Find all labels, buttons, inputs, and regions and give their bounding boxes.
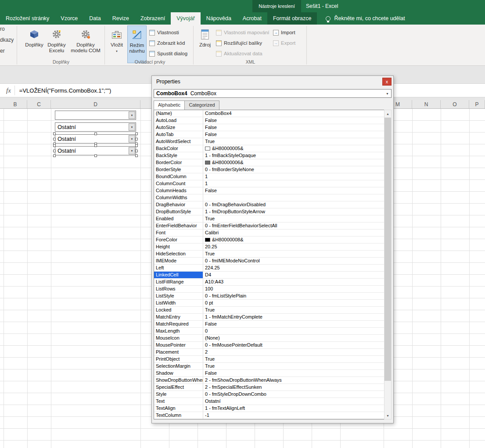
xml-source-button[interactable]: Zdroj <box>196 25 214 64</box>
property-name[interactable]: MousePointer <box>154 342 203 349</box>
properties-tab[interactable]: Alphabetic <box>154 100 185 110</box>
property-value[interactable]: True <box>203 356 384 363</box>
property-value[interactable]: 1 <box>203 180 384 187</box>
property-row[interactable]: AutoLoad False <box>154 117 384 124</box>
property-name[interactable]: ColumnCount <box>154 180 203 187</box>
property-name[interactable]: ListFillRange <box>154 279 203 286</box>
property-row[interactable]: Shadow False <box>154 370 384 377</box>
property-value[interactable]: False <box>203 117 384 124</box>
property-name[interactable]: BorderStyle <box>154 166 203 173</box>
column-header-c[interactable]: C <box>27 100 51 108</box>
scroll-down-icon[interactable]: ▼ <box>384 412 391 419</box>
property-value[interactable]: 1 - fmBackStyleOpaque <box>203 152 384 159</box>
property-name[interactable]: PrintObject <box>154 356 203 363</box>
property-row[interactable]: AutoTab False <box>154 131 384 138</box>
property-grid-scrollbar[interactable]: ▲ ▼ <box>384 110 392 419</box>
property-row[interactable]: Height 20.25 <box>154 244 384 251</box>
ribbon-tab[interactable]: Vzorce <box>55 12 83 25</box>
property-row[interactable]: BackColor &H80000005& <box>154 145 384 152</box>
property-row[interactable]: PrintObject True <box>154 356 384 363</box>
selection-handle[interactable] <box>135 138 138 140</box>
property-row[interactable]: ColumnWidths <box>154 194 384 201</box>
property-row[interactable]: SelectionMargin True <box>154 363 384 370</box>
property-name[interactable]: Enabled <box>154 215 203 222</box>
property-value[interactable]: 2 <box>203 349 384 356</box>
property-row[interactable]: BorderStyle 0 - fmBorderStyleNone <box>154 166 384 173</box>
property-name[interactable]: BackStyle <box>154 152 203 159</box>
property-row[interactable]: BackStyle 1 - fmBackStyleOpaque <box>154 152 384 159</box>
property-name[interactable]: MatchEntry <box>154 314 203 321</box>
property-value[interactable]: True <box>203 215 384 222</box>
selection-handle[interactable] <box>135 154 138 157</box>
column-header-n[interactable]: N <box>412 100 441 108</box>
property-row[interactable]: DragBehavior 0 - fmDragBehaviorDisabled <box>154 201 384 208</box>
property-value[interactable]: 0 <box>203 328 384 335</box>
property-name[interactable]: ListRows <box>154 286 203 293</box>
property-value[interactable]: 1 - fmDropButtonStyleArrow <box>203 208 384 215</box>
property-row[interactable]: TextAlign 1 - fmTextAlignLeft <box>154 405 384 412</box>
selection-handle[interactable] <box>53 154 56 157</box>
property-value[interactable]: 2 - fmSpecialEffectSunken <box>203 384 384 391</box>
import-button[interactable]: → Import <box>273 28 295 37</box>
property-name[interactable]: (Name) <box>154 110 203 117</box>
selection-handle[interactable] <box>53 138 56 140</box>
property-value[interactable]: 0 - fmStyleDropDownCombo <box>203 391 384 398</box>
property-row[interactable]: MousePointer 0 - fmMousePointerDefault <box>154 342 384 349</box>
selection-handle[interactable] <box>53 144 56 147</box>
selection-handle[interactable] <box>53 133 56 135</box>
ribbon-tab[interactable]: Vývojář <box>171 12 201 25</box>
property-value[interactable]: &H80000005& <box>203 145 384 152</box>
insert-control-button[interactable]: Vložit ▼ <box>108 25 126 64</box>
ribbon-tab[interactable]: Nápověda <box>201 12 237 25</box>
property-name[interactable]: IMEMode <box>154 258 203 265</box>
property-name[interactable]: TextAlign <box>154 405 203 412</box>
property-value[interactable]: A10:A43 <box>203 279 384 286</box>
property-value[interactable]: 1 <box>203 173 384 180</box>
excel-addins-button[interactable]: Doplňky Excelu <box>46 25 68 64</box>
property-row[interactable]: ForeColor &H80000008& <box>154 237 384 244</box>
property-value[interactable]: &H80000006& <box>203 159 384 166</box>
property-value[interactable]: (None) <box>203 335 384 342</box>
property-value[interactable]: 20.25 <box>203 244 384 251</box>
property-row[interactable]: ListWidth 0 pt <box>154 300 384 307</box>
property-name[interactable]: Font <box>154 229 203 237</box>
property-row[interactable]: MatchEntry 1 - fmMatchEntryComplete <box>154 314 384 321</box>
property-value[interactable]: False <box>203 124 384 131</box>
property-name[interactable]: ColumnWidths <box>154 194 203 201</box>
property-value[interactable]: 0 - fmListStylePlain <box>203 293 384 300</box>
property-row[interactable]: ListFillRange A10:A43 <box>154 279 384 286</box>
property-value[interactable]: ComboBox4 <box>203 110 384 117</box>
property-name[interactable]: MouseIcon <box>154 335 203 342</box>
combobox-dropdown-button[interactable]: ▼ <box>129 123 135 131</box>
expansion-packs-button[interactable]: Rozšiřující balíky <box>216 39 262 47</box>
property-value[interactable]: 0 - fmEnterFieldBehaviorSelectAll <box>203 222 384 229</box>
object-selector-dropdown[interactable]: ComboBox4 ComboBox ▼ <box>154 89 392 98</box>
property-name[interactable]: ShowDropButtonWhen <box>154 377 203 384</box>
property-row[interactable]: ListRows 100 <box>154 286 384 293</box>
property-row[interactable]: MaxLength 0 <box>154 328 384 335</box>
property-name[interactable]: BoundColumn <box>154 173 203 180</box>
property-row[interactable]: DropButtonStyle 1 - fmDropButtonStyleArr… <box>154 208 384 215</box>
property-row[interactable]: ShowDropButtonWhen 2 - fmShowDropButtonW… <box>154 377 384 384</box>
scrollbar-thumb[interactable] <box>384 118 391 381</box>
property-row[interactable]: Placement 2 <box>154 349 384 356</box>
property-value[interactable]: 0 pt <box>203 300 384 307</box>
property-row[interactable]: AutoWordSelect True <box>154 138 384 145</box>
property-value[interactable]: 0 - fmMousePointerDefault <box>203 342 384 349</box>
run-dialog-button[interactable]: Spustit dialog <box>149 49 187 58</box>
property-row[interactable]: (Name) ComboBox4 <box>154 110 384 117</box>
property-row[interactable]: AutoSize False <box>154 124 384 131</box>
property-value[interactable]: 1 - fmMatchEntryComplete <box>203 314 384 321</box>
combobox-control[interactable]: ▼ <box>55 111 136 120</box>
ribbon-tab[interactable]: Formát obrazce <box>267 12 317 25</box>
scroll-up-icon[interactable]: ▲ <box>384 110 391 117</box>
column-header-o[interactable]: O <box>441 100 469 108</box>
property-value[interactable]: 1 - fmTextAlignLeft <box>203 405 384 412</box>
combobox-dropdown-button[interactable]: ▼ <box>129 111 135 119</box>
property-value[interactable]: 0 - fmDragBehaviorDisabled <box>203 201 384 208</box>
control-properties-button[interactable]: Vlastnosti <box>149 28 179 37</box>
property-name[interactable]: HideSelection <box>154 251 203 258</box>
property-value[interactable]: 0 - fmIMEModeNoControl <box>203 258 384 265</box>
design-mode-button[interactable]: Režim návrhu <box>127 25 147 63</box>
property-row[interactable]: BoundColumn 1 <box>154 173 384 180</box>
